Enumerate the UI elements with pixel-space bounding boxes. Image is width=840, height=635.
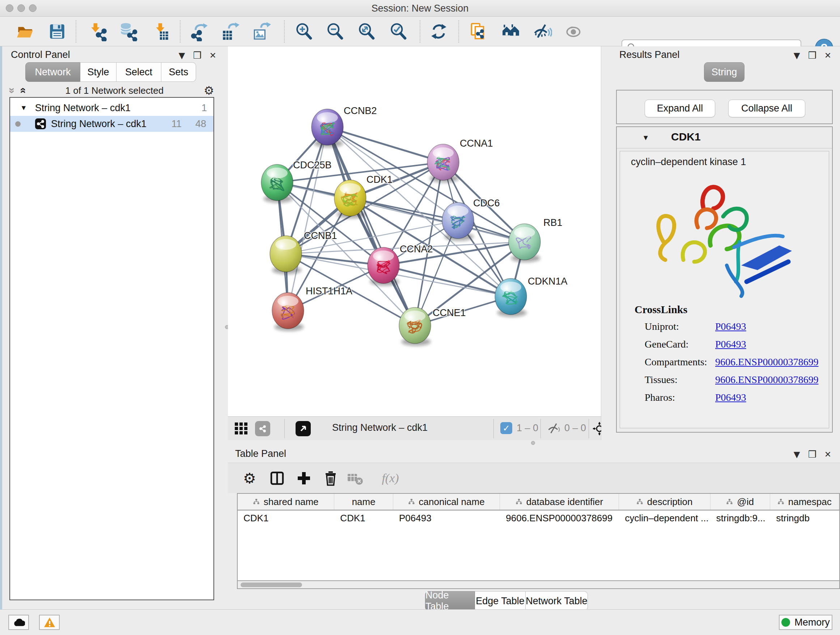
table-cell[interactable]: stringdb xyxy=(770,510,839,526)
hide-selected-button[interactable] xyxy=(532,21,553,42)
table-options-gear-icon[interactable]: ⚙ xyxy=(240,468,260,488)
zoom-out-button[interactable] xyxy=(325,21,346,42)
export-network-button[interactable] xyxy=(189,21,210,42)
import-table-from-file-button[interactable] xyxy=(150,21,171,42)
show-hidden-button[interactable] xyxy=(563,21,584,42)
network-share-icon xyxy=(35,119,46,129)
column-header-database-identifier[interactable]: database identifier xyxy=(500,494,619,510)
column-header-label: shared name xyxy=(264,496,319,508)
crosslink-link[interactable]: P06493 xyxy=(715,339,746,350)
table-cell[interactable]: CDK1 xyxy=(334,510,393,526)
crosslink-link[interactable]: 9606.ENSP00000378699 xyxy=(715,356,818,368)
column-header--id[interactable]: @id xyxy=(711,494,771,510)
zoom-selected-button[interactable] xyxy=(388,21,409,42)
network-node-CCNE1[interactable]: CCNE1 xyxy=(399,307,466,346)
column-header-name[interactable]: name xyxy=(334,494,393,510)
network-node-CCNB2[interactable]: CCNB2 xyxy=(311,105,377,147)
export-image-button[interactable] xyxy=(251,21,272,42)
column-header-description[interactable]: description xyxy=(619,494,710,510)
network-type-icon[interactable] xyxy=(255,421,270,436)
scrollbar-thumb[interactable] xyxy=(240,583,302,587)
toolbar-separator xyxy=(284,419,285,439)
network-node-CCNA1[interactable]: CCNA1 xyxy=(427,138,493,182)
open-in-window-icon[interactable] xyxy=(295,421,311,436)
network-canvas[interactable]: CCNB2CCNA1CDC25BCDK1CDC6RB1CCNB1CCNA2CDK… xyxy=(228,46,601,416)
network-view-title: String Network – cdk1 xyxy=(332,422,428,433)
tab-sets[interactable]: Sets xyxy=(161,62,196,82)
collapse-all-button[interactable]: Collapse All xyxy=(728,100,805,117)
table-cell[interactable]: P06493 xyxy=(393,510,500,526)
tab-style[interactable]: Style xyxy=(80,62,117,82)
column-header-canonical-name[interactable]: canonical name xyxy=(393,494,500,510)
crosslink-link[interactable]: P06493 xyxy=(715,392,746,403)
network-options-gear-icon[interactable]: ⚙ xyxy=(204,84,214,97)
column-header-shared-name[interactable]: shared name xyxy=(238,494,334,510)
tab-node-table[interactable]: Node Table xyxy=(425,591,475,611)
delete-table-button[interactable] xyxy=(345,468,365,488)
apply-layout-button[interactable] xyxy=(428,21,449,42)
tab-edge-table[interactable]: Edge Table xyxy=(475,591,526,611)
zoom-fit-button[interactable] xyxy=(356,21,377,42)
crosslink-link[interactable]: 9606.ENSP00000378699 xyxy=(715,374,818,386)
import-network-from-file-button[interactable] xyxy=(88,21,109,42)
panel-float-icon[interactable]: ❒ xyxy=(808,50,816,61)
function-builder-button[interactable]: f(x) xyxy=(374,468,407,488)
network-node-RB1[interactable]: RB1 xyxy=(508,217,562,262)
show-all-networks-button[interactable] xyxy=(500,21,521,42)
save-session-button[interactable] xyxy=(47,21,68,42)
network-node-CDC25B[interactable]: CDC25B xyxy=(261,160,332,203)
column-header-namespac[interactable]: namespac xyxy=(770,494,839,510)
panel-collapse-icon[interactable]: ▼ xyxy=(794,450,800,459)
add-column-button[interactable] xyxy=(294,468,314,488)
expand-all-networks-icon[interactable]: » xyxy=(17,88,27,94)
crosslink-link[interactable]: P06493 xyxy=(715,321,746,333)
table-cell[interactable]: 9606.ENSP00000378699 xyxy=(500,510,619,526)
table-horizontal-scrollbar[interactable] xyxy=(237,581,840,589)
warnings-button[interactable] xyxy=(39,615,60,630)
delete-column-button[interactable] xyxy=(321,468,341,488)
expand-all-button[interactable]: Expand All xyxy=(645,100,715,117)
network-row-selected[interactable]: String Network – cdk1 11 48 xyxy=(10,116,213,132)
network-tree: ▼ String Network – cdk1 1 String Network… xyxy=(9,97,214,600)
show-columns-button[interactable] xyxy=(267,468,287,488)
panel-float-icon[interactable]: ❒ xyxy=(808,449,816,460)
table-cell[interactable]: cyclin–dependent ... xyxy=(619,510,710,526)
network-edge-CCNB2-CCNA1[interactable] xyxy=(327,127,443,162)
cloud-status-button[interactable] xyxy=(8,615,29,630)
protein-structure-image xyxy=(649,173,801,303)
tab-select[interactable]: Select xyxy=(117,62,161,82)
table-cell[interactable]: CDK1 xyxy=(238,510,334,526)
network-node-CDC6[interactable]: CDC6 xyxy=(442,198,500,241)
table-row[interactable]: CDK1CDK1P064939606.ENSP00000378699cyclin… xyxy=(238,510,839,526)
network-edge-CCNB2-HIST1H1A[interactable] xyxy=(288,127,327,310)
network-collection-label: String Network – cdk1 xyxy=(35,103,131,114)
zoom-in-button[interactable] xyxy=(294,21,314,42)
tab-string[interactable]: String xyxy=(704,62,745,82)
open-session-button[interactable] xyxy=(15,21,36,42)
panel-close-icon[interactable]: ✕ xyxy=(210,51,216,60)
selected-checkbox-icon[interactable]: ✓ xyxy=(500,422,512,434)
clone-network-button[interactable] xyxy=(468,21,489,42)
import-network-from-database-button[interactable] xyxy=(118,21,139,42)
horizontal-splitter[interactable] xyxy=(228,440,840,446)
network-node-HIST1H1A[interactable]: HIST1H1A xyxy=(272,286,352,331)
panel-collapse-icon[interactable]: ▼ xyxy=(179,51,185,60)
birds-eye-view-icon[interactable] xyxy=(235,423,248,435)
divider xyxy=(617,148,832,149)
panel-float-icon[interactable]: ❒ xyxy=(193,50,201,61)
tree-expand-icon[interactable]: ▼ xyxy=(20,104,27,112)
panel-close-icon[interactable]: ✕ xyxy=(824,51,831,60)
tab-network[interactable]: Network xyxy=(25,62,80,82)
memory-button[interactable]: Memory xyxy=(779,615,832,630)
horizontal-splitter-handle[interactable] xyxy=(531,441,535,445)
network-collection-count: 1 xyxy=(202,103,207,114)
network-node-CDKN1A[interactable]: CDKN1A xyxy=(495,276,568,317)
panel-close-icon[interactable]: ✕ xyxy=(824,450,831,459)
tab-network-table[interactable]: Network Table xyxy=(526,591,588,611)
table-cell[interactable]: stringdb:9... xyxy=(711,510,771,526)
entry-collapse-icon[interactable]: ▼ xyxy=(642,134,649,142)
column-tree-icon xyxy=(726,499,733,505)
export-table-button[interactable] xyxy=(220,21,241,42)
network-collection-row[interactable]: ▼ String Network – cdk1 1 xyxy=(10,100,213,116)
panel-collapse-icon[interactable]: ▼ xyxy=(794,51,800,60)
